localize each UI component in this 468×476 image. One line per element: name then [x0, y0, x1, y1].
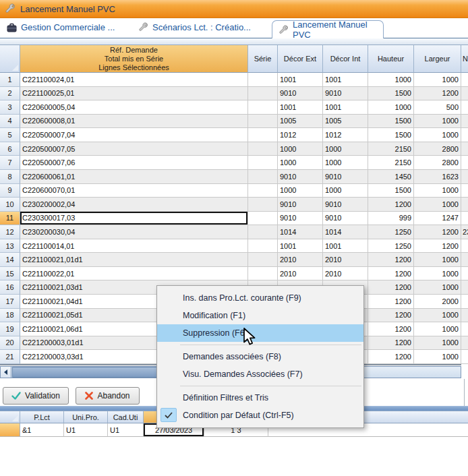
largeur-cell[interactable]: 1000 — [414, 322, 461, 336]
table-row[interactable]: 10 C230200002,04 9010 9010 1200 1000 — [0, 198, 468, 212]
serie-cell[interactable] — [248, 239, 278, 254]
column-header-uni-pro[interactable]: Uni.Pro. — [64, 411, 108, 423]
column-header-decor-ext[interactable]: Décor Ext — [278, 44, 323, 73]
clipped-cell[interactable] — [461, 336, 468, 351]
column-header-clipped[interactable]: N — [461, 44, 468, 73]
decor-int-cell[interactable]: 1001 — [323, 100, 368, 115]
decor-ext-cell[interactable]: 9010 — [278, 87, 323, 101]
largeur-cell[interactable]: 2800 — [414, 142, 461, 156]
serie-cell[interactable] — [248, 115, 278, 129]
row-number-cell[interactable]: 19 — [0, 322, 20, 336]
clipped-cell[interactable] — [461, 295, 468, 309]
largeur-cell[interactable]: 1200 — [414, 239, 461, 254]
hauteur-cell[interactable]: 1200 — [368, 295, 414, 309]
menu-item[interactable]: Définition Filtres et Tris — [157, 389, 363, 407]
row-number-cell[interactable]: 10 — [0, 198, 20, 212]
decor-int-cell[interactable]: 9010 — [323, 87, 368, 101]
largeur-cell[interactable]: 1000 — [414, 115, 461, 129]
hauteur-cell[interactable]: 1200 — [368, 280, 414, 295]
decor-int-cell[interactable]: 9010 — [323, 212, 368, 226]
hauteur-cell[interactable]: 1200 — [368, 309, 414, 323]
largeur-cell[interactable]: 2000 — [414, 295, 461, 309]
menu-item[interactable]: Visu. Demandes Associées (F7) — [157, 365, 363, 383]
row-number-cell[interactable]: 4 — [0, 115, 20, 129]
serie-cell[interactable] — [248, 198, 278, 212]
clipped-cell[interactable] — [461, 198, 468, 212]
table-row[interactable]: 13 C221100014,01 1001 1001 1250 1200 — [0, 239, 468, 254]
largeur-cell[interactable]: 1000 — [414, 309, 461, 323]
scroll-left-button[interactable] — [1, 367, 11, 378]
table-row[interactable]: 15 C221100022,01 2010 2010 1200 1000 — [0, 267, 468, 281]
table-row[interactable]: 3 C220600005,04 1001 1001 1000 500 — [0, 100, 468, 115]
select-all-corner[interactable] — [0, 44, 20, 73]
hauteur-cell[interactable]: 1500 — [368, 115, 414, 129]
uni-pro-cell[interactable]: U1 — [64, 423, 108, 437]
row-number-cell[interactable]: 17 — [0, 295, 20, 309]
decor-int-cell[interactable]: 2010 — [323, 267, 368, 281]
tab-gestion-commerciale[interactable]: Gestion Commerciale ... — [7, 22, 115, 32]
row-number-cell[interactable]: 12 — [0, 225, 20, 239]
decor-int-cell[interactable]: 1000 — [323, 142, 368, 156]
decor-ext-cell[interactable]: 1000 — [278, 156, 323, 170]
largeur-cell[interactable]: 1000 — [414, 73, 461, 87]
decor-ext-cell[interactable]: 1014 — [278, 225, 323, 239]
table-row[interactable]: 9 C220600070,01 1000 1000 1500 1000 — [0, 184, 468, 198]
decor-ext-cell[interactable]: 1012 — [278, 128, 323, 142]
largeur-cell[interactable]: 1247 — [414, 212, 461, 226]
serie-cell[interactable] — [248, 225, 278, 239]
clipped-cell[interactable] — [461, 322, 468, 336]
decor-ext-cell[interactable]: 9010 — [278, 198, 323, 212]
largeur-cell[interactable]: 2800 — [414, 156, 461, 170]
column-header-largeur[interactable]: Largeur — [414, 44, 461, 73]
serie-cell[interactable] — [248, 128, 278, 142]
decor-int-cell[interactable]: 1000 — [323, 184, 368, 198]
decor-ext-cell[interactable]: 1001 — [278, 73, 323, 87]
ref-demande-cell[interactable]: C230200002,04 — [20, 198, 248, 212]
table-row[interactable]: 5 C220500007,04 1012 1012 1500 1000 — [0, 128, 468, 142]
ref-demande-cell[interactable]: C220500007,04 — [20, 128, 248, 142]
decor-int-cell[interactable]: 1001 — [323, 73, 368, 87]
serie-cell[interactable] — [248, 212, 278, 226]
tab-lancement-manuel-pvc[interactable]: Lancement Manuel PVC — [272, 20, 384, 38]
clipped-cell[interactable] — [461, 73, 468, 87]
table-row[interactable]: 1 C221100024,01 1001 1001 1000 1000 — [0, 73, 468, 87]
serie-cell[interactable] — [248, 142, 278, 156]
row-number-cell[interactable]: 8 — [0, 170, 20, 184]
hauteur-cell[interactable]: 2150 — [368, 156, 414, 170]
decor-int-cell[interactable]: 1005 — [323, 115, 368, 129]
decor-int-cell[interactable]: 9010 — [323, 170, 368, 184]
decor-ext-cell[interactable]: 2010 — [278, 267, 323, 281]
clipped-cell[interactable] — [461, 142, 468, 156]
decor-int-cell[interactable]: 2010 — [323, 253, 368, 267]
hauteur-cell[interactable]: 1250 — [368, 239, 414, 254]
column-header-cad-uti[interactable]: Cad.Uti — [108, 411, 144, 423]
ref-demande-cell[interactable]: C220500007,06 — [20, 156, 248, 170]
row-number-cell[interactable]: 9 — [0, 184, 20, 198]
decor-ext-cell[interactable]: 1005 — [278, 115, 323, 129]
column-header-hauteur[interactable]: Hauteur — [368, 44, 414, 73]
row-number-cell[interactable]: 2 — [0, 87, 20, 101]
largeur-cell[interactable]: 1000 — [414, 184, 461, 198]
decor-ext-cell[interactable]: 2010 — [278, 253, 323, 267]
largeur-cell[interactable]: 1000 — [414, 280, 461, 295]
decor-int-cell[interactable]: 1012 — [323, 128, 368, 142]
largeur-cell[interactable]: 1000 — [414, 336, 461, 351]
clipped-cell[interactable] — [461, 170, 468, 184]
column-header-ref-demande[interactable]: Réf. Demande Total mis en Série Lignes S… — [20, 44, 248, 73]
decor-ext-cell[interactable]: 9010 — [278, 170, 323, 184]
decor-ext-cell[interactable]: 9010 — [278, 212, 323, 226]
clipped-cell[interactable] — [461, 100, 468, 115]
hauteur-cell[interactable]: 1200 — [368, 198, 414, 212]
ref-demande-cell[interactable]: C221100021,01d1 — [20, 253, 248, 267]
ref-demande-cell[interactable]: C221100022,01 — [20, 267, 248, 281]
table-row[interactable]: 4 C220600008,01 1005 1005 1500 1000 — [0, 115, 468, 129]
validation-button[interactable]: Validation — [3, 387, 69, 405]
ref-demande-cell[interactable]: C230300017,03 — [20, 212, 248, 226]
row-number-cell[interactable]: 21 — [0, 350, 20, 364]
ref-demande-cell[interactable]: C230200030,04 — [20, 225, 248, 239]
bottom-corner[interactable] — [0, 411, 20, 423]
ref-demande-cell[interactable]: C220600070,01 — [20, 184, 248, 198]
largeur-cell[interactable]: 1000 — [414, 198, 461, 212]
hauteur-cell[interactable]: 1500 — [368, 184, 414, 198]
row-number-cell[interactable]: 13 — [0, 239, 20, 254]
